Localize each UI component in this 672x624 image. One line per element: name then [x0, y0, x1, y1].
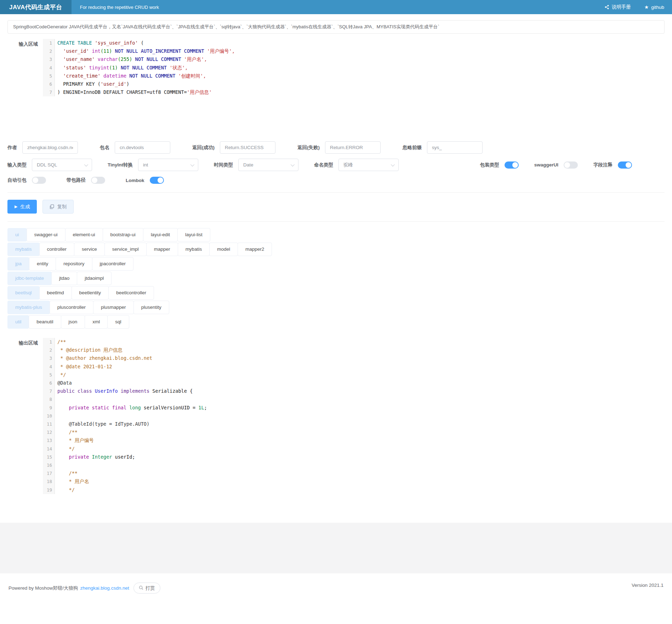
tab-beetlmd[interactable]: beetlmd: [39, 286, 72, 300]
tab-lead-util[interactable]: util: [7, 315, 29, 329]
tab-lead-mybatis[interactable]: mybatis: [7, 243, 40, 256]
author-input[interactable]: [22, 141, 78, 154]
tab-lead-jpa[interactable]: jpa: [7, 257, 29, 271]
tab-row: utilbeanutiljsonxmlsql: [7, 315, 665, 329]
tab-plusmapper[interactable]: plusmapper: [93, 301, 134, 314]
action-bar: ▶ 生成 复制: [7, 192, 665, 222]
tab-mapper2[interactable]: mapper2: [238, 243, 272, 256]
line-number: 4: [43, 64, 55, 72]
tab-model[interactable]: model: [209, 243, 238, 256]
tab-layui-list[interactable]: layui-list: [177, 228, 210, 242]
tab-json[interactable]: json: [61, 315, 85, 329]
swagger-ui-label: swaggerUI: [534, 162, 558, 168]
field-comment-toggle[interactable]: [618, 161, 632, 169]
code-line: 13 * 用户编号: [43, 436, 665, 444]
time-type-select[interactable]: Date: [238, 159, 298, 171]
tab-controller[interactable]: controller: [39, 243, 75, 256]
form-row-1: 作者 包名 返回(成功) 返回(失败) 忽略前缀: [7, 141, 665, 154]
code-text: 'create_time' datetime NOT NULL COMMENT …: [55, 72, 206, 80]
code-line: 1CREATE TABLE 'sys_user_info' (: [43, 39, 665, 47]
code-text: * @author zhengkai.blog.csdn.net: [55, 354, 152, 362]
code-text: 'user_id' int(11) NOT NULL AUTO_INCREMEN…: [55, 47, 235, 55]
naming-type-select[interactable]: 驼峰: [338, 159, 399, 171]
play-icon: ▶: [15, 204, 17, 209]
tinyint-convert-select[interactable]: int: [138, 159, 198, 171]
tab-beanutil[interactable]: beanutil: [29, 315, 61, 329]
form-row-3: 自动引包 带包路径 Lombok: [7, 177, 665, 184]
tab-entity[interactable]: entity: [29, 257, 56, 271]
input-type-select[interactable]: DDL SQL: [32, 159, 92, 171]
bottom-spacer: [0, 523, 672, 573]
swagger-ui-toggle[interactable]: [564, 161, 578, 169]
output-area-label: 输出区域: [7, 338, 43, 522]
code-text: */: [55, 486, 75, 494]
donate-button[interactable]: 打赏: [133, 583, 160, 594]
code-text: @TableId(type = IdType.AUTO): [55, 420, 149, 428]
line-number: 7: [43, 387, 55, 395]
version-text: Version 2021.1: [632, 583, 664, 588]
app-footer: Powered by Moshow郑锴/大狼狗 zhengkai.blog.cs…: [0, 573, 672, 604]
line-number: 13: [43, 436, 55, 444]
auto-import-toggle[interactable]: [32, 177, 46, 184]
code-line: 1/**: [43, 338, 665, 346]
line-number: 3: [43, 354, 55, 362]
tab-swagger-ui[interactable]: swagger-ui: [27, 228, 66, 242]
tab-element-ui[interactable]: element-ui: [65, 228, 103, 242]
tab-xml[interactable]: xml: [85, 315, 108, 329]
lombok-label: Lombok: [126, 178, 144, 183]
blog-link[interactable]: zhengkai.blog.csdn.net: [80, 585, 129, 591]
input-editor[interactable]: 1CREATE TABLE 'sys_user_info' (2 'user_i…: [43, 39, 665, 134]
tab-jpacontroller[interactable]: jpacontroller: [92, 257, 134, 271]
tab-row: jpaentityrepositoryjpacontroller: [7, 257, 665, 271]
generate-button[interactable]: ▶ 生成: [7, 200, 37, 214]
output-editor[interactable]: 1/**2 * @description 用户信息3 * @author zhe…: [43, 338, 665, 522]
tab-lead-jdbc-template[interactable]: jdbc-template: [7, 272, 52, 285]
code-text: /**: [55, 428, 78, 436]
return-success-input[interactable]: [220, 141, 275, 154]
line-number: 12: [43, 428, 55, 436]
tab-service[interactable]: service: [74, 243, 105, 256]
app-tagline: For reducing the repetitive CRUD work: [80, 5, 159, 10]
code-line: 17 /**: [43, 469, 665, 477]
app-description: SpringBootCodeGenerator JAVA代码生成平台，又名`JA…: [7, 20, 665, 34]
copy-button[interactable]: 复制: [42, 200, 74, 214]
with-package-path-toggle[interactable]: [91, 177, 105, 184]
ignore-prefix-input[interactable]: [427, 141, 483, 154]
wrap-type-toggle[interactable]: [505, 161, 519, 169]
code-text: */: [55, 371, 66, 379]
wrap-type-label: 包装类型: [480, 162, 499, 168]
github-link[interactable]: ★ github: [644, 4, 664, 10]
tab-row: mybatiscontrollerserviceservice_implmapp…: [7, 243, 665, 256]
chevron-down-icon: [84, 162, 88, 166]
tab-service_impl[interactable]: service_impl: [104, 243, 147, 256]
tab-pluscontroller[interactable]: pluscontroller: [50, 301, 93, 314]
app-header: JAVA代码生成平台 For reducing the repetitive C…: [0, 0, 672, 14]
tab-plusentity[interactable]: plusentity: [133, 301, 169, 314]
return-error-input[interactable]: [325, 141, 381, 154]
code-text: 'user_name' varchar(255) NOT NULL COMMEN…: [55, 55, 207, 63]
tab-jtdaoimpl[interactable]: jtdaoimpl: [77, 272, 112, 285]
tab-lead-mybatis-plus[interactable]: mybatis-plus: [7, 301, 50, 314]
code-text: @Data: [55, 379, 72, 387]
code-text: 'status' tinyint(1) NOT NULL COMMENT '状态…: [55, 64, 188, 72]
tab-lead-ui[interactable]: ui: [7, 228, 27, 242]
tab-mybatis[interactable]: mybatis: [178, 243, 210, 256]
tab-beetlentity[interactable]: beetlentity: [72, 286, 109, 300]
tab-beetlcontroller[interactable]: beetlcontroller: [108, 286, 154, 300]
code-line: 7public class UserInfo implements Serial…: [43, 387, 665, 395]
code-line: 12 /**: [43, 428, 665, 436]
code-line: 3 'user_name' varchar(255) NOT NULL COMM…: [43, 55, 665, 63]
tab-layui-edit[interactable]: layui-edit: [143, 228, 178, 242]
tab-row: beetlsqlbeetlmdbeetlentitybeetlcontrolle…: [7, 286, 665, 300]
code-line: 2 'user_id' int(11) NOT NULL AUTO_INCREM…: [43, 47, 665, 55]
tab-mapper[interactable]: mapper: [146, 243, 178, 256]
return-error-label: 返回(失败): [297, 144, 320, 151]
tab-jtdao[interactable]: jtdao: [51, 272, 77, 285]
manual-link[interactable]: 说明手册: [604, 4, 631, 10]
tab-lead-beetlsql[interactable]: beetlsql: [7, 286, 40, 300]
tab-bootstrap-ui[interactable]: bootstrap-ui: [103, 228, 143, 242]
package-input[interactable]: [115, 141, 170, 154]
lombok-toggle[interactable]: [150, 177, 164, 184]
tab-sql[interactable]: sql: [107, 315, 129, 329]
tab-repository[interactable]: repository: [56, 257, 92, 271]
